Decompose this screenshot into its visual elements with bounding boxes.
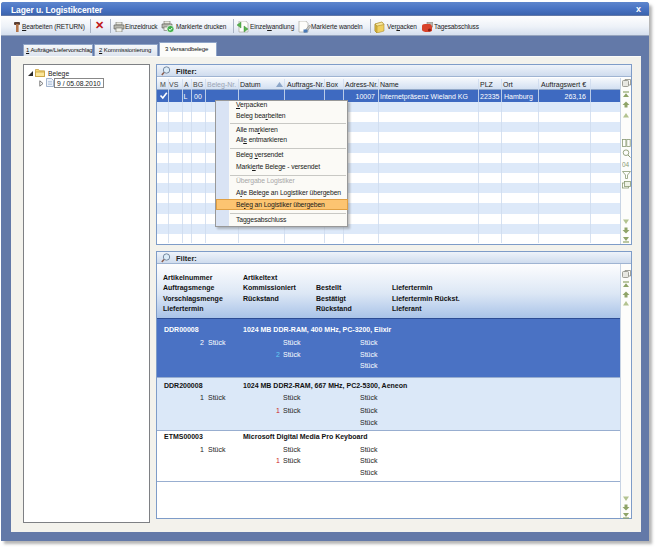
svg-text:04: 04 (622, 161, 630, 168)
